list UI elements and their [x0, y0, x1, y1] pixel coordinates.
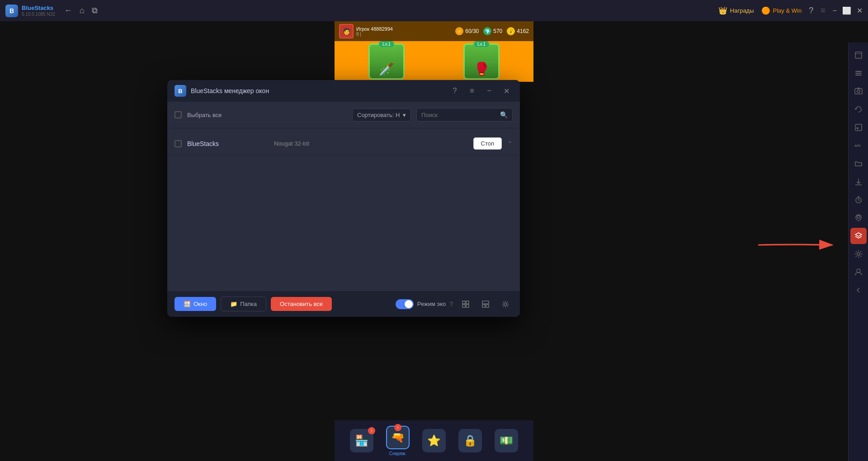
svg-rect-2 — [855, 71, 862, 72]
folder-button[interactable]: 📁 Папка — [221, 296, 266, 311]
search-icon: 🔍 — [500, 111, 508, 118]
sidebar-timer-icon[interactable] — [850, 192, 867, 208]
svg-rect-3 — [855, 73, 862, 74]
svg-point-19 — [857, 253, 860, 255]
game-stats: ⚡ 60/30 💎 570 💰 4162 — [455, 27, 529, 35]
window-button[interactable]: 🪟 Окно — [175, 297, 216, 311]
rewards-label: Награды — [730, 7, 754, 14]
dialog-title: BlueStacks менеджер окон — [191, 87, 269, 94]
svg-rect-26 — [482, 301, 489, 304]
lock-icon-container: 🔒 — [458, 429, 482, 452]
back-icon[interactable]: ← — [64, 6, 72, 15]
footer-grid-icon[interactable] — [458, 297, 473, 311]
topbar-right: 👑 Награды 🟠 Play & Win ? ≡ − ⬜ ✕ — [718, 6, 863, 15]
play-win-button[interactable]: 🟠 Play & Win — [761, 6, 802, 15]
dialog-logo-icon: B — [175, 85, 186, 97]
sidebar-user-icon[interactable] — [850, 264, 867, 280]
sidebar-folder-icon[interactable] — [850, 155, 867, 172]
game-card-2: Lv.1 🥊 — [463, 43, 500, 80]
stat-gold: 💰 4162 — [507, 27, 529, 35]
game-card-1: Lv.1 🗡️ — [368, 43, 405, 80]
eco-toggle-thumb — [405, 300, 413, 308]
sidebar-location-icon[interactable] — [850, 210, 867, 226]
close-button[interactable]: ✕ — [857, 6, 863, 15]
eco-toggle: Режим эко ? — [396, 299, 453, 309]
shop-badge: ! — [368, 427, 375, 434]
stop-all-button[interactable]: Остановить все — [271, 297, 332, 311]
dialog-minimize-button[interactable]: − — [483, 85, 495, 97]
stat-health: ⚡ 60/30 — [455, 27, 479, 35]
stop-all-label: Остановить все — [280, 301, 323, 307]
dialog-instance-list: BlueStacks Nougat 32-bit Стоп ⌃ — [167, 128, 520, 291]
game-bottom-bar: 🏪 ! 🔫 ! Снаряж. ⭐ 🔒 💵 — [335, 420, 533, 461]
svg-point-20 — [857, 269, 860, 273]
bottom-item-lock[interactable]: 🔒 — [458, 429, 482, 452]
sidebar-back-icon[interactable] — [850, 282, 867, 298]
sidebar-screenshot-icon[interactable] — [850, 83, 867, 99]
svg-rect-24 — [462, 305, 465, 307]
bottom-item-equip[interactable]: 🔫 ! Снаряж. — [386, 426, 410, 456]
footer-right-controls: Режим эко ? — [396, 297, 513, 311]
dialog-close-button[interactable]: ✕ — [500, 85, 513, 97]
sort-dropdown[interactable]: Сортировать: Н ▾ — [352, 108, 411, 122]
footer-settings-icon[interactable] — [498, 297, 513, 311]
minimize-button[interactable]: − — [833, 7, 837, 15]
eco-help-icon[interactable]: ? — [449, 301, 453, 308]
eco-toggle-track[interactable] — [396, 299, 414, 309]
topbar-help-icon[interactable]: ? — [809, 6, 813, 15]
sidebar-menu-icon[interactable] — [850, 65, 867, 81]
row-checkbox[interactable] — [175, 140, 182, 147]
windows-icon[interactable]: ⧉ — [92, 6, 98, 15]
svg-point-29 — [504, 303, 507, 306]
search-input[interactable] — [421, 112, 497, 118]
equip-icon: 🔫 — [391, 431, 405, 444]
card-2-icon: 🥊 — [474, 61, 490, 76]
row-stop-button[interactable]: Стоп — [473, 137, 502, 150]
sidebar-download-icon[interactable] — [850, 174, 867, 190]
play-win-icon: 🟠 — [761, 6, 770, 15]
shop-icon-container: 🏪 ! — [350, 429, 373, 452]
lock-icon: 🔒 — [463, 434, 477, 447]
bottom-item-stars[interactable]: ⭐ — [422, 429, 446, 452]
dialog-help-button[interactable]: ? — [448, 85, 461, 97]
dialog-titlebar: B BlueStacks менеджер окон ? ≡ − ✕ — [167, 80, 520, 102]
gold-value: 4162 — [517, 28, 529, 34]
topbar: B BlueStacks 5.10.0.1085 N32 ← ⌂ ⧉ 👑 Наг… — [0, 0, 868, 21]
sidebar-layers-icon[interactable] — [850, 228, 867, 244]
red-arrow-indicator — [754, 231, 844, 260]
play-win-label: Play & Win — [773, 7, 802, 14]
row-expand-icon[interactable]: ⌃ — [507, 140, 513, 147]
rewards-icon: 👑 — [718, 6, 727, 15]
card-2-badge: Lv.1 — [474, 41, 489, 47]
svg-rect-22 — [462, 301, 465, 304]
money-icon: 💵 — [500, 434, 513, 447]
svg-rect-0 — [855, 52, 862, 58]
window-icon: 🪟 — [184, 301, 191, 307]
player-info: Игрок 48882994 8 | — [356, 26, 393, 37]
bottom-item-money[interactable]: 💵 — [495, 429, 518, 452]
footer-layout-icon[interactable] — [478, 297, 493, 311]
sidebar-apk-icon[interactable]: APK — [850, 137, 867, 154]
app-logo-icon: B — [5, 5, 18, 17]
sidebar-expand-icon[interactable] — [850, 47, 867, 63]
svg-text:APK: APK — [854, 144, 861, 147]
dialog-menu-button[interactable]: ≡ — [466, 85, 478, 97]
bottom-item-shop[interactable]: 🏪 ! — [350, 429, 373, 452]
select-all-checkbox[interactable] — [175, 111, 182, 118]
sidebar-macro-icon[interactable]: ▶ — [850, 119, 867, 136]
window-label: Окно — [193, 301, 207, 307]
health-icon: ⚡ — [455, 27, 463, 35]
home-icon[interactable]: ⌂ — [80, 6, 85, 15]
rewards-button[interactable]: 👑 Награды — [718, 6, 754, 15]
topbar-controls: − ⬜ ✕ — [833, 6, 863, 15]
sidebar-settings-icon[interactable] — [850, 246, 867, 262]
dialog-toolbar: Выбрать все Сортировать: Н ▾ 🔍 — [167, 102, 520, 128]
game-player: 🧑 Игрок 48882994 8 | — [339, 24, 393, 38]
eco-label: Режим эко — [417, 301, 446, 307]
maximize-button[interactable]: ⬜ — [842, 6, 851, 15]
sidebar-rotate-icon[interactable] — [850, 101, 867, 118]
sort-chevron-icon: ▾ — [403, 112, 406, 118]
svg-marker-18 — [855, 233, 862, 236]
app-logo-text: BlueStacks 5.10.0.1085 N32 — [22, 5, 55, 17]
table-row: BlueStacks Nougat 32-bit Стоп ⌃ — [167, 132, 520, 155]
